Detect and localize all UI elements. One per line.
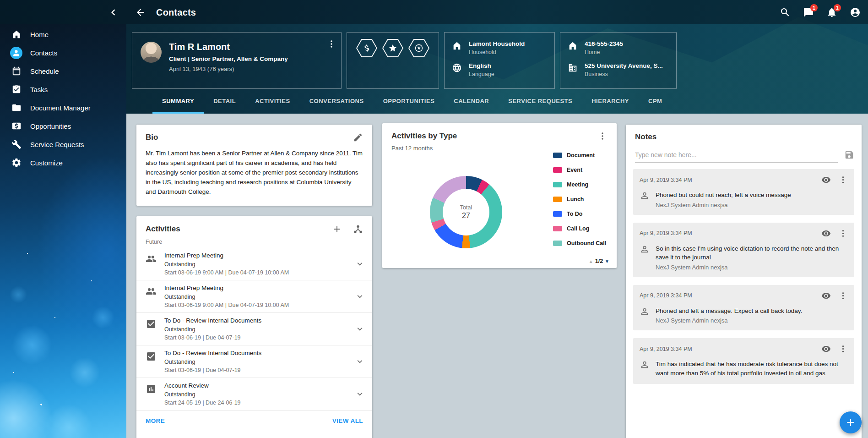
expand-activity-button[interactable] bbox=[355, 259, 365, 269]
sidebar: HomeContactsScheduleTasksDocument Manage… bbox=[0, 24, 126, 438]
legend-page-up-button[interactable]: ▲ bbox=[589, 259, 593, 264]
search-button[interactable] bbox=[780, 7, 791, 18]
tab-calendar[interactable]: CALENDAR bbox=[444, 90, 499, 114]
note-text: Phoned but could not reach; left a voice… bbox=[656, 191, 791, 200]
profile-menu-button[interactable] bbox=[326, 39, 336, 49]
legend-swatch bbox=[553, 167, 562, 173]
view-note-button[interactable] bbox=[821, 291, 831, 301]
sidebar-item-service-requests[interactable]: Service Requests bbox=[0, 135, 126, 153]
tab-opportunities[interactable]: OPPORTUNITIES bbox=[374, 90, 445, 114]
expand-activity-button[interactable] bbox=[355, 356, 365, 367]
activity-item[interactable]: Internal Prep Meeting Outstanding Start … bbox=[136, 248, 372, 280]
activities-group-label: Future bbox=[136, 239, 372, 248]
tab-activities[interactable]: ACTIVITIES bbox=[245, 90, 300, 114]
contacts-icon bbox=[10, 47, 22, 59]
app-root: Contacts 1 1 HomeContactsScheduleTasksDo… bbox=[0, 0, 868, 438]
back-button[interactable] bbox=[135, 7, 146, 18]
money-badge bbox=[356, 39, 377, 57]
view-note-button[interactable] bbox=[821, 175, 831, 185]
activity-item[interactable]: To Do - Review Internal Documents Outsta… bbox=[136, 313, 372, 345]
money-icon bbox=[362, 44, 371, 53]
avatar bbox=[141, 42, 162, 63]
notes-title: Notes bbox=[635, 132, 852, 142]
content: Bio Mr. Tim Lamont has been a Senior Par… bbox=[126, 114, 868, 438]
tab-hierarchy[interactable]: HIERARCHY bbox=[582, 90, 639, 114]
note-menu-button[interactable] bbox=[838, 175, 848, 185]
star-icon bbox=[388, 44, 397, 53]
legend-pagination: ▲ 1/2 ▼ bbox=[589, 258, 609, 264]
view-all-button[interactable]: VIEW ALL bbox=[332, 417, 363, 424]
note-timestamp: Apr 9, 2019 3:34 PM bbox=[640, 177, 821, 183]
note-menu-button[interactable] bbox=[838, 344, 848, 354]
tab-service-requests[interactable]: SERVICE REQUESTS bbox=[499, 90, 582, 114]
legend-page-down-button[interactable]: ▼ bbox=[605, 259, 609, 264]
legend-page-indicator: 1/2 bbox=[595, 258, 603, 264]
chart-menu-button[interactable] bbox=[597, 131, 608, 141]
home-icon bbox=[11, 29, 22, 39]
sidebar-item-contacts[interactable]: Contacts bbox=[0, 44, 126, 62]
activity-item[interactable]: Internal Prep Meeting Outstanding Start … bbox=[136, 280, 372, 313]
activity-dates: Start 03-06-19 9:00 AM | Due 04-07-19 10… bbox=[164, 269, 347, 276]
new-note-input[interactable] bbox=[635, 147, 838, 163]
account-button[interactable] bbox=[850, 7, 861, 18]
contact-name: Tim R Lamont bbox=[169, 42, 288, 52]
add-activity-button[interactable] bbox=[332, 224, 342, 234]
sidebar-item-document-manager[interactable]: Document Manager bbox=[0, 99, 126, 117]
activities-list: Internal Prep Meeting Outstanding Start … bbox=[136, 248, 372, 411]
more-button[interactable]: MORE bbox=[146, 417, 165, 424]
tab-cpm[interactable]: CPM bbox=[639, 90, 672, 114]
expand-activity-button[interactable] bbox=[355, 291, 365, 301]
sidebar-nav: HomeContactsScheduleTasksDocument Manage… bbox=[0, 24, 126, 172]
activity-title: To Do - Review Internal Documents bbox=[164, 350, 347, 356]
phone-row[interactable]: 416-555-2345 Home bbox=[568, 40, 669, 55]
note-timestamp: Apr 9, 2019 3:34 PM bbox=[640, 292, 821, 299]
sidebar-item-opportunities[interactable]: Opportunities bbox=[0, 117, 126, 135]
sidebar-item-home[interactable]: Home bbox=[0, 25, 126, 44]
notifications-badge: 1 bbox=[834, 4, 841, 11]
tab-conversations[interactable]: CONVERSATIONS bbox=[300, 90, 374, 114]
notes-list: Apr 9, 2019 3:34 PM Phoned but could not… bbox=[626, 169, 862, 384]
notifications-button[interactable]: 1 bbox=[826, 7, 837, 18]
messages-button[interactable]: 1 bbox=[803, 7, 814, 18]
note-menu-button[interactable] bbox=[838, 229, 848, 238]
task-check-icon bbox=[146, 351, 157, 362]
person-icon bbox=[640, 307, 650, 317]
activity-item[interactable]: Account Review Outstanding Start 24-05-1… bbox=[136, 378, 372, 411]
language-row[interactable]: English Language bbox=[452, 62, 547, 77]
tab-bar: SUMMARYDETAILACTIVITIESCONVERSATIONSOPPO… bbox=[126, 90, 868, 114]
view-note-button[interactable] bbox=[821, 344, 831, 354]
sidebar-item-schedule[interactable]: Schedule bbox=[0, 62, 126, 80]
hierarchy-view-button[interactable] bbox=[353, 224, 363, 234]
page-title: Contacts bbox=[156, 7, 196, 17]
activity-title: Internal Prep Meeting bbox=[164, 252, 347, 259]
sidebar-item-customize[interactable]: Customize bbox=[0, 153, 126, 172]
contact-info-card: 416-555-2345 Home 525 University Avenue,… bbox=[560, 32, 677, 89]
add-button[interactable] bbox=[840, 411, 862, 433]
expand-activity-button[interactable] bbox=[355, 324, 365, 334]
plus-icon bbox=[845, 416, 857, 428]
note-author: NexJ System Admin nexjsa bbox=[656, 202, 791, 208]
note-item: Apr 9, 2019 3:34 PM Tim has indicated th… bbox=[633, 338, 854, 384]
tasks-icon bbox=[11, 84, 22, 94]
bio-title: Bio bbox=[146, 133, 342, 142]
household-row[interactable]: Lamont Household Household bbox=[452, 40, 547, 55]
activity-title: Internal Prep Meeting bbox=[164, 285, 347, 291]
tab-summary[interactable]: SUMMARY bbox=[152, 90, 204, 114]
note-timestamp: Apr 9, 2019 3:34 PM bbox=[640, 346, 821, 352]
edit-bio-button[interactable] bbox=[353, 132, 363, 142]
note-item: Apr 9, 2019 3:34 PM Phoned and left a me… bbox=[633, 285, 854, 331]
donut-total-value: 27 bbox=[462, 212, 470, 220]
sidebar-item-label: Tasks bbox=[30, 86, 48, 93]
tab-detail[interactable]: DETAIL bbox=[204, 90, 245, 114]
save-note-button[interactable] bbox=[844, 150, 854, 160]
sidebar-collapse-button[interactable] bbox=[108, 7, 119, 18]
sidebar-item-tasks[interactable]: Tasks bbox=[0, 80, 126, 99]
activity-item[interactable]: To Do - Review Internal Documents Outsta… bbox=[136, 345, 372, 378]
expand-activity-button[interactable] bbox=[355, 389, 365, 399]
bio-text: Mr. Tim Lamont has been a Senior Partner… bbox=[136, 147, 372, 205]
chart-title: Activities by Type bbox=[391, 131, 586, 141]
address-row[interactable]: 525 University Avenue, S... Business bbox=[568, 62, 669, 77]
view-note-button[interactable] bbox=[821, 229, 831, 238]
legend-swatch bbox=[553, 182, 562, 187]
note-menu-button[interactable] bbox=[838, 291, 848, 301]
